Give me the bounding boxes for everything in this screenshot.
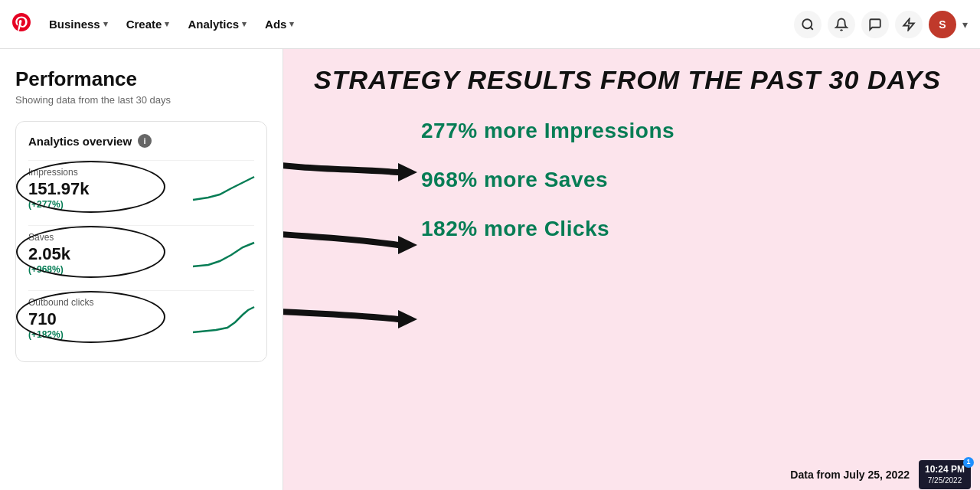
saves-label: Saves: [28, 232, 193, 243]
saves-metric-row: Saves 2.05k (+968%): [28, 225, 254, 281]
impressions-label: Impressions: [28, 167, 193, 178]
result-saves: 968% more Saves: [421, 168, 949, 192]
nav-create[interactable]: Create ▾: [117, 11, 179, 37]
strategy-title: STRATEGY RESULTS FROM THE PAST 30 DAYS: [314, 64, 949, 96]
clock-badge: 10:24 PM 7/25/2022 1: [919, 460, 971, 490]
chevron-down-icon: ▾: [165, 19, 169, 29]
right-panel: STRATEGY RESULTS FROM THE PAST 30 DAYS 2…: [283, 49, 980, 490]
chevron-down-icon: ▾: [289, 19, 294, 29]
saves-value: 2.05k: [28, 244, 193, 264]
clicks-metric-row: Outbound clicks 710 (+182%): [28, 290, 254, 346]
result-clicks: 182% more Clicks: [421, 217, 949, 241]
nav-business[interactable]: Business ▾: [40, 11, 117, 37]
impressions-metric-row: Impressions 151.97k (+277%): [28, 160, 254, 216]
performance-subtitle: Showing data from the last 30 days: [15, 94, 267, 106]
strategy-banner: STRATEGY RESULTS FROM THE PAST 30 DAYS 2…: [283, 49, 980, 490]
impressions-chart: [193, 173, 254, 204]
results-list: 277% more Impressions 968% more Saves 18…: [421, 119, 949, 241]
svg-line-1: [810, 27, 812, 29]
info-icon[interactable]: i: [138, 134, 152, 148]
data-from-label: Data from July 25, 2022: [790, 469, 910, 481]
top-navigation: Business ▾ Create ▾ Analytics ▾ Ads ▾: [0, 0, 980, 49]
analytics-overview-label: Analytics overview: [28, 135, 132, 148]
result-impressions: 277% more Impressions: [421, 119, 949, 143]
svg-marker-3: [398, 163, 417, 181]
sidebar: Performance Showing data from the last 3…: [0, 49, 283, 490]
pinterest-logo[interactable]: [12, 13, 31, 36]
nav-icon-group: S ▾: [794, 11, 968, 38]
performance-title: Performance: [15, 67, 267, 91]
saves-chart: [193, 238, 254, 269]
nav-analytics[interactable]: Analytics ▾: [178, 11, 256, 37]
notification-badge: 1: [963, 457, 974, 468]
clicks-label: Outbound clicks: [28, 297, 193, 308]
expand-icon[interactable]: ▾: [962, 18, 968, 31]
clicks-chart: [193, 303, 254, 334]
clock-time: 10:24 PM: [925, 463, 965, 476]
notifications-button[interactable]: [828, 11, 855, 38]
chevron-down-icon: ▾: [242, 19, 247, 29]
impressions-value: 151.97k: [28, 179, 193, 199]
analytics-header: Analytics overview i: [28, 134, 254, 148]
chevron-down-icon: ▾: [103, 19, 108, 29]
saves-change: (+968%): [28, 264, 193, 275]
svg-marker-4: [398, 236, 417, 254]
messages-button[interactable]: [861, 11, 889, 38]
main-layout: Performance Showing data from the last 3…: [0, 49, 980, 490]
analytics-card: Analytics overview i Impressions 151.97k…: [15, 121, 267, 362]
bottom-bar: Data from July 25, 2022 10:24 PM 7/25/20…: [283, 459, 980, 490]
nav-ads[interactable]: Ads ▾: [256, 11, 303, 37]
arrows-svg: [283, 96, 444, 356]
search-button[interactable]: [794, 11, 822, 38]
user-avatar[interactable]: S: [929, 11, 956, 38]
alert-button[interactable]: [895, 11, 923, 38]
saves-info: Saves 2.05k (+968%): [28, 232, 193, 275]
clicks-info: Outbound clicks 710 (+182%): [28, 297, 193, 340]
clock-date: 7/25/2022: [925, 475, 965, 486]
impressions-info: Impressions 151.97k (+277%): [28, 167, 193, 210]
svg-marker-2: [903, 18, 914, 30]
svg-marker-5: [398, 310, 417, 328]
impressions-change: (+277%): [28, 199, 193, 210]
clicks-change: (+182%): [28, 329, 193, 340]
svg-point-0: [802, 19, 812, 28]
clicks-value: 710: [28, 309, 193, 329]
